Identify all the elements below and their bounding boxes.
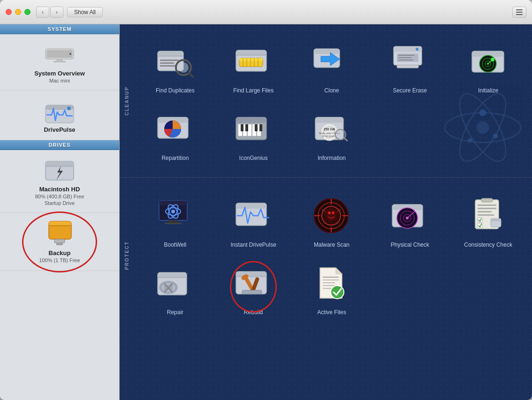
svg-rect-121 — [491, 219, 501, 221]
grid-item-repair[interactable]: Repair — [136, 256, 214, 323]
sidebar-section-system: SYSTEM — [0, 24, 119, 34]
minimize-button[interactable] — [15, 9, 21, 15]
system-overview-sub: Mac mini — [49, 78, 70, 83]
close-button[interactable] — [6, 9, 12, 15]
menu-button[interactable] — [512, 7, 526, 18]
svg-rect-76 — [315, 117, 343, 123]
svg-rect-49 — [398, 57, 411, 58]
system-overview-label: System Overview — [34, 70, 85, 77]
svg-rect-15 — [54, 239, 65, 243]
grid-item-icongenius[interactable]: IconGenius — [214, 101, 293, 169]
back-button[interactable]: ‹ — [36, 7, 49, 18]
secure-erase-label: Secure Erase — [393, 87, 427, 95]
traffic-lights — [6, 9, 30, 15]
icongenius-label: IconGenius — [239, 155, 268, 162]
svg-rect-113 — [481, 198, 493, 202]
svg-rect-48 — [398, 55, 415, 56]
protect-grid: BootWell Inst — [134, 179, 532, 332]
show-all-button[interactable]: Show All — [67, 7, 103, 17]
svg-rect-124 — [158, 277, 187, 278]
sidebar-item-system-overview[interactable]: System Overview Mac mini — [0, 34, 119, 91]
grid-item-repartition[interactable]: Repartition — [136, 101, 214, 169]
svg-rect-10 — [46, 166, 74, 167]
svg-rect-2 — [56, 59, 63, 61]
main-panel: CLEANUP — [120, 24, 532, 400]
svg-rect-93 — [236, 203, 266, 209]
find-duplicates-label: Find Duplicates — [156, 87, 195, 95]
svg-rect-87 — [165, 223, 182, 224]
main-window: ‹ › Show All SYSTEM — [0, 0, 532, 400]
content-area: SYSTEM System Overview Mac mini — [0, 24, 532, 400]
svg-text:for full recovery: for full recovery — [322, 135, 337, 137]
svg-point-51 — [416, 48, 418, 51]
active-files-label: Active Files — [317, 309, 346, 317]
svg-rect-27 — [160, 60, 179, 61]
physical-check-label: Physical Check — [391, 242, 429, 249]
instant-dp-icon — [232, 195, 274, 237]
grid-item-instant-drivepulse[interactable]: Instant DrivePulse — [214, 188, 293, 256]
maximize-button[interactable] — [24, 9, 30, 15]
grid-item-secure-erase[interactable]: Secure Erase — [371, 34, 449, 101]
sidebar-item-macintosh-hd[interactable]: Macintosh HD 80% (400.8 GB) Free Startup… — [0, 150, 119, 213]
drivepulse-label: DrivePulse — [44, 126, 75, 133]
svg-rect-132 — [236, 276, 266, 277]
svg-rect-50 — [398, 60, 413, 60]
svg-rect-136 — [242, 290, 262, 294]
grid-item-active-files[interactable]: Active Files — [293, 256, 371, 323]
grid-item-information[interactable]: 250 GB Made under US law for full recove… — [293, 101, 371, 169]
svg-rect-16 — [56, 243, 63, 245]
svg-rect-74 — [259, 124, 262, 131]
sidebar-item-backup[interactable]: Backup 100% (1 TB) Free — [0, 213, 119, 271]
cleanup-label-col: CLEANUP — [120, 24, 134, 178]
titlebar: ‹ › Show All — [0, 0, 532, 24]
clone-label: Clone — [324, 87, 339, 95]
protect-section: PROTECT — [120, 179, 532, 332]
svg-point-102 — [332, 211, 334, 214]
backup-disk-icon — [43, 222, 76, 246]
macintosh-hd-sub: 80% (400.8 GB) Free — [35, 194, 84, 199]
grid-item-consistency-check[interactable]: Consistency Check — [449, 188, 527, 256]
svg-rect-65 — [236, 117, 266, 123]
sidebar-section-drives: DRIVES — [0, 140, 119, 150]
grid-item-clone[interactable]: Clone — [293, 34, 371, 101]
repair-label: Repair — [167, 309, 183, 317]
sidebar-item-drivepulse[interactable]: DrivePulse — [0, 91, 119, 140]
grid-item-rebuild[interactable]: Rebuild — [214, 256, 293, 323]
grid-item-find-large-files[interactable]: Find Large Files — [214, 34, 293, 101]
active-files-icon — [311, 262, 353, 304]
instant-drivepulse-label: Instant DrivePulse — [231, 242, 276, 249]
malware-scan-label: Malware Scan — [314, 242, 350, 249]
svg-rect-85 — [159, 201, 187, 205]
svg-rect-116 — [478, 211, 492, 212]
grid-item-initialize[interactable]: Initialize — [449, 34, 527, 101]
hdd-icon — [43, 158, 76, 182]
ham-line-3 — [516, 14, 523, 15]
svg-point-31 — [178, 62, 189, 73]
grid-item-find-duplicates[interactable]: Find Duplicates — [136, 34, 214, 101]
svg-rect-73 — [255, 124, 258, 131]
grid-item-physical-check[interactable]: Physical Check — [371, 188, 449, 256]
mac-mini-icon — [43, 43, 76, 66]
forward-button[interactable]: › — [50, 7, 63, 18]
svg-rect-35 — [236, 54, 266, 56]
protect-section-label: PROTECT — [124, 241, 129, 270]
tools-disk-icon — [232, 108, 274, 150]
svg-rect-1 — [47, 50, 72, 58]
svg-rect-44 — [314, 49, 340, 54]
physical-icon — [389, 195, 431, 237]
svg-rect-3 — [53, 61, 66, 62]
sidebar: SYSTEM System Overview Mac mini — [0, 24, 120, 400]
backup-label: Backup — [49, 249, 71, 257]
ham-line-1 — [516, 9, 523, 10]
repair-icon — [154, 262, 196, 304]
radar-disk-icon — [467, 40, 509, 83]
info-disk-icon: 250 GB Made under US law for full recove… — [311, 108, 353, 150]
rebuild-label: Rebuild — [244, 309, 263, 317]
svg-line-83 — [344, 138, 347, 141]
grid-item-malware-scan[interactable]: Malware Scan — [293, 188, 371, 256]
svg-point-7 — [67, 106, 71, 110]
grid-item-bootwell[interactable]: BootWell — [136, 188, 214, 256]
cleanup-grid: Find Duplicates — [134, 24, 532, 178]
malware-icon — [311, 195, 353, 237]
nav-arrows: ‹ › — [36, 7, 63, 18]
